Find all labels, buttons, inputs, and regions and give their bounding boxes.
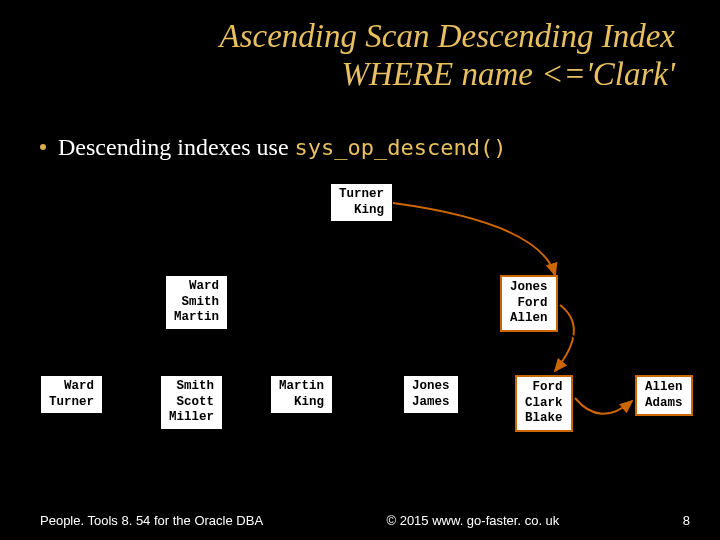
bullet-text: Descending indexes use sys_op_descend() — [58, 134, 507, 161]
node-leaf-1: Ward Turner — [40, 375, 103, 414]
slide-title: Ascending Scan Descending Index WHERE na… — [0, 0, 720, 94]
node-leaf-4: Jones James — [403, 375, 459, 414]
btree-diagram: Turner King Ward Smith Martin Jones Ford… — [0, 183, 720, 433]
svg-line-1 — [80, 323, 168, 378]
bullet-item: Descending indexes use sys_op_descend() — [0, 94, 720, 161]
title-line-1: Ascending Scan Descending Index — [220, 18, 675, 54]
bullet-code: sys_op_descend() — [295, 135, 507, 160]
title-line-2: WHERE name <='Clark' — [341, 56, 675, 92]
node-mid-left: Ward Smith Martin — [165, 275, 228, 330]
node-leaf-5: Ford Clark Blake — [515, 375, 573, 432]
svg-line-0 — [210, 213, 330, 275]
node-leaf-6: Allen Adams — [635, 375, 693, 416]
svg-line-5 — [552, 323, 640, 378]
footer-left: People. Tools 8. 54 for the Oracle DBA — [40, 513, 263, 528]
slide-footer: People. Tools 8. 54 for the Oracle DBA ©… — [0, 513, 720, 528]
svg-line-3 — [215, 323, 295, 378]
svg-line-4 — [430, 323, 510, 378]
node-mid-right: Jones Ford Allen — [500, 275, 558, 332]
footer-center: © 2015 www. go-faster. co. uk — [386, 513, 559, 528]
node-leaf-3: Martin King — [270, 375, 333, 414]
slide: Ascending Scan Descending Index WHERE na… — [0, 0, 720, 540]
node-leaf-2: Smith Scott Miller — [160, 375, 223, 430]
bullet-icon — [40, 144, 46, 150]
svg-line-2 — [190, 323, 192, 373]
node-root: Turner King — [330, 183, 393, 222]
bullet-prefix: Descending indexes use — [58, 134, 295, 160]
footer-page-number: 8 — [683, 513, 690, 528]
